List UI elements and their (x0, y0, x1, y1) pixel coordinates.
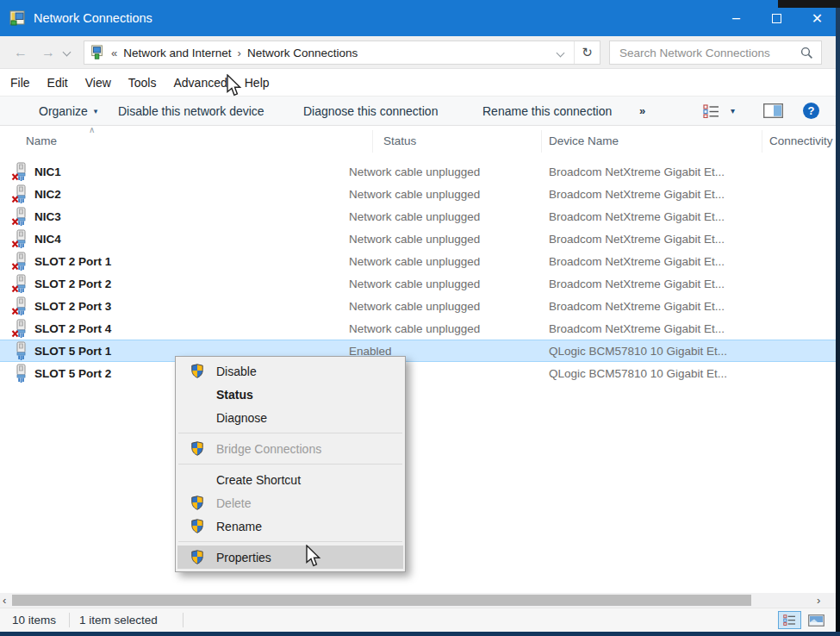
window-title: Network Connections (34, 11, 152, 25)
list-item-slot-2-port-3[interactable]: SLOT 2 Port 3Network cable unpluggedBroa… (0, 295, 836, 317)
list-item-slot-2-port-2[interactable]: SLOT 2 Port 2Network cable unpluggedBroa… (0, 272, 836, 295)
menu-help[interactable]: Help (245, 76, 270, 90)
search-box (609, 41, 822, 65)
forward-button[interactable]: → (41, 44, 55, 61)
context-menu-item-label: Bridge Connections (216, 442, 321, 456)
uac-shield-icon (190, 519, 204, 533)
recent-locations-chevron-icon[interactable] (63, 48, 72, 57)
details-view-toggle-button[interactable] (778, 611, 801, 629)
context-menu-item-label: Create Shortcut (216, 473, 301, 487)
network-adapter-icon (11, 319, 30, 339)
breadcrumb-item-network-and-internet[interactable]: Network and Internet (123, 47, 231, 59)
context-menu-item-diagnose[interactable]: Diagnose (177, 406, 403, 429)
list-item-nic2[interactable]: NIC2Network cable unpluggedBroadcom NetX… (0, 183, 836, 205)
sort-ascending-icon: ∧ (89, 125, 95, 134)
connection-name: NIC1 (34, 165, 61, 178)
column-header-name[interactable]: Name (26, 134, 57, 147)
connection-device-name: Broadcom NetXtreme Gigabit Et... (549, 255, 725, 268)
menu-tools[interactable]: Tools (128, 76, 157, 90)
breadcrumb-separator-icon[interactable]: › (238, 47, 241, 59)
list-item-slot-5-port-2[interactable]: SLOT 5 Port 2QLogic BCM57810 10 Gigabit … (0, 362, 836, 384)
status-bar: 10 items 1 item selected (0, 608, 836, 632)
connection-status: Network cable unplugged (349, 233, 480, 246)
context-menu-item-properties[interactable]: Properties (177, 546, 403, 569)
command-toolbar: Organize ▾ Disable this network device D… (0, 96, 836, 126)
uac-shield-icon (190, 441, 204, 456)
back-button[interactable]: ← (14, 44, 28, 61)
breadcrumb-collapse-chevron[interactable]: « (111, 47, 117, 59)
address-dropdown-chevron-icon[interactable] (557, 48, 565, 57)
scroll-left-arrow[interactable]: ‹ (3, 593, 6, 608)
thumbnail-view-icon (808, 614, 824, 627)
minimize-button[interactable]: – (716, 0, 756, 36)
column-header-status[interactable]: Status (383, 134, 416, 147)
connection-device-name: Broadcom NetXtreme Gigabit Et... (549, 300, 725, 313)
preview-pane-button[interactable] (763, 97, 783, 125)
column-header-device-name[interactable]: Device Name (549, 134, 619, 147)
refresh-button[interactable]: ↻ (574, 41, 600, 64)
context-menu-item-status[interactable]: Status (177, 383, 403, 406)
context-menu-item-label: Delete (216, 496, 251, 510)
network-connections-window: Network Connections – ✕ ← → ↑ « Network … (0, 0, 840, 636)
context-menu-item-bridge-connections: Bridge Connections (177, 437, 403, 460)
search-input[interactable] (610, 41, 795, 64)
breadcrumb-location-icon (90, 45, 105, 60)
list-item-nic3[interactable]: NIC3Network cable unpluggedBroadcom NetX… (0, 205, 836, 228)
network-adapter-icon (11, 296, 30, 316)
context-menu-item-delete: Delete (177, 491, 403, 514)
menu-file[interactable]: File (10, 76, 30, 90)
connection-name: SLOT 5 Port 1 (34, 345, 111, 358)
breadcrumb-item-network-connections[interactable]: Network Connections (247, 47, 358, 59)
connection-device-name: QLogic BCM57810 10 Gigabit Et... (549, 345, 727, 358)
search-icon[interactable] (800, 47, 813, 59)
menu-edit[interactable]: Edit (47, 76, 68, 90)
context-menu-item-label: Disable (216, 365, 257, 378)
list-item-slot-2-port-1[interactable]: SLOT 2 Port 1Network cable unpluggedBroa… (0, 250, 836, 272)
toolbar-overflow-button[interactable]: » (639, 97, 645, 125)
items-count: 10 items (12, 614, 56, 627)
connection-device-name: Broadcom NetXtreme Gigabit Et... (549, 165, 725, 178)
selection-count: 1 item selected (79, 614, 158, 627)
organize-button[interactable]: Organize ▾ (39, 97, 97, 125)
column-header-connectivity[interactable]: Connectivity (769, 134, 833, 147)
horizontal-scrollbar: ‹ › (0, 593, 836, 608)
context-menu-item-rename[interactable]: Rename (177, 514, 403, 538)
list-item-slot-2-port-4[interactable]: SLOT 2 Port 4Network cable unpluggedBroa… (0, 317, 836, 340)
connection-status: Network cable unplugged (349, 300, 480, 313)
rename-connection-button[interactable]: Rename this connection (482, 97, 612, 125)
help-button[interactable]: ? (803, 97, 819, 125)
list-item-nic4[interactable]: NIC4Network cable unpluggedBroadcom NetX… (0, 228, 836, 250)
minimize-icon: – (732, 10, 740, 26)
context-menu-item-create-shortcut[interactable]: Create Shortcut (177, 468, 403, 491)
connection-device-name: Broadcom NetXtreme Gigabit Et... (549, 188, 725, 201)
unplugged-x-icon (13, 196, 18, 203)
preview-pane-icon (763, 103, 783, 118)
menu-advanced[interactable]: Advanced (173, 76, 227, 90)
unplugged-x-icon (13, 241, 18, 247)
connection-name: SLOT 5 Port 2 (34, 367, 111, 380)
context-menu-item-disable[interactable]: Disable (177, 359, 403, 383)
context-menu-item-label: Diagnose (216, 411, 267, 425)
uac-shield-icon (190, 550, 204, 564)
diagnose-connection-button[interactable]: Diagnose this connection (303, 97, 438, 125)
context-menu-item-label: Status (216, 388, 253, 402)
thumbnail-view-toggle-button[interactable] (805, 611, 828, 629)
list-item-slot-5-port-1[interactable]: SLOT 5 Port 1EnabledQLogic BCM57810 10 G… (0, 340, 836, 362)
address-bar: ← → ↑ « Network and Internet › Network C… (0, 36, 836, 69)
help-icon: ? (808, 104, 815, 117)
list-item-nic1[interactable]: NIC1Network cable unpluggedBroadcom NetX… (0, 160, 836, 183)
connection-status: Network cable unplugged (349, 322, 480, 335)
change-view-caret-icon[interactable]: ▾ (731, 97, 735, 125)
context-menu-separator (178, 541, 402, 542)
connection-name: SLOT 2 Port 1 (34, 255, 111, 268)
menu-view[interactable]: View (85, 76, 111, 90)
disable-device-button[interactable]: Disable this network device (118, 97, 264, 125)
scrollbar-thumb[interactable] (12, 595, 751, 606)
connection-name: NIC2 (34, 188, 61, 201)
network-adapter-icon (11, 274, 30, 294)
unplugged-x-icon (13, 309, 18, 315)
breadcrumb[interactable]: « Network and Internet › Network Connect… (84, 41, 600, 65)
window-right-edge (836, 0, 840, 636)
change-view-button[interactable] (703, 97, 720, 125)
scroll-right-arrow[interactable]: › (817, 593, 820, 608)
